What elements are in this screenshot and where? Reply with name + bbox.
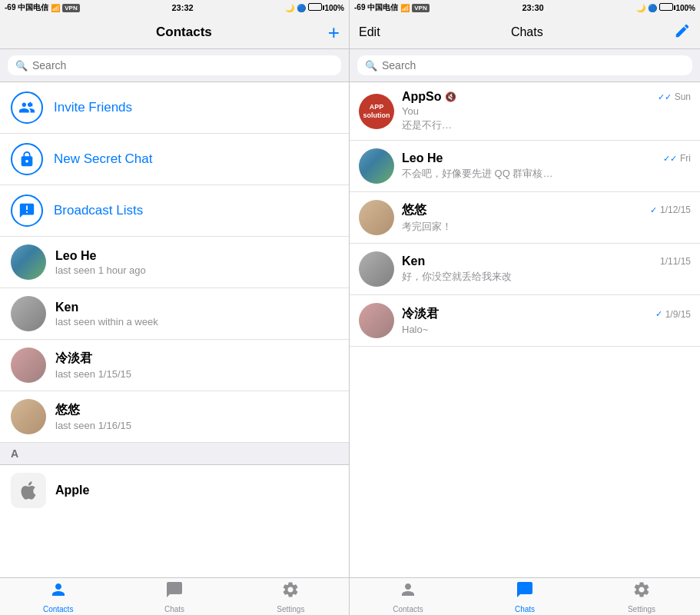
youyou-info: 悠悠 last seen 1/16/15 (55, 402, 338, 431)
left-settings-tab-label: Settings (277, 605, 304, 613)
left-panel: -69 中国电信 📶 VPN 23:32 🌙 🔵 100% Contacts +… (0, 0, 350, 615)
youyou-time-row: ✓ 1/12/15 (650, 204, 691, 215)
ken-avatar (11, 296, 46, 331)
chat-leng-dan-jun[interactable]: 冷淡君 ✓ 1/9/15 Halo~ (350, 295, 700, 347)
youyou-header: 悠悠 ✓ 1/12/15 (402, 202, 691, 218)
appso-avatar: APPsolution (359, 94, 394, 129)
right-panel: -69 中国电信 📶 VPN 23:30 🌙 🔵 100% Edit Chats… (350, 0, 700, 615)
youyou-sub: last seen 1/16/15 (55, 420, 338, 431)
contact-leo-he[interactable]: Leo He last seen 1 hour ago (0, 237, 349, 288)
leo-preview: 不会吧，好像要先进 QQ 群审核… (402, 167, 617, 181)
right-bt-icon: 🔵 (648, 4, 657, 12)
left-tab-bar: Contacts Chats Settings (0, 577, 349, 615)
right-wifi-icon: 📶 (400, 4, 410, 12)
right-carrier-info: -69 中国电信 📶 VPN (354, 2, 430, 13)
left-carrier-info: -69 中国电信 📶 VPN (5, 2, 80, 13)
right-tab-contacts[interactable]: Contacts (350, 580, 466, 613)
add-contact-button[interactable]: + (328, 22, 340, 42)
leo-chat-info: Leo He ✓✓ Fri 不会吧，好像要先进 QQ 群审核… (402, 151, 691, 181)
right-search-input[interactable] (382, 59, 685, 71)
contact-ken[interactable]: Ken last seen within a week (0, 288, 349, 340)
right-battery-pct: 100% (675, 4, 695, 12)
ken-info: Ken last seen within a week (55, 301, 338, 327)
right-chats-tab-label: Chats (515, 605, 535, 613)
right-battery-icon (659, 3, 673, 12)
leng-preview: Halo~ (402, 324, 617, 335)
right-tab-bar: Contacts Chats Settings (350, 577, 700, 615)
chat-leo-he[interactable]: Leo He ✓✓ Fri 不会吧，好像要先进 QQ 群审核… (350, 141, 700, 192)
right-chat-list: APPsolution AppSo 🔇 ✓✓ Sun You 还是不行… (350, 82, 700, 577)
left-tab-chats[interactable]: Chats (116, 580, 232, 613)
appso-name: AppSo (402, 90, 442, 104)
youyou-avatar (11, 399, 46, 434)
chat-you-you[interactable]: 悠悠 ✓ 1/12/15 考完回家！ (350, 192, 700, 244)
ken-header: Ken 1/11/15 (402, 254, 691, 268)
appso-header: AppSo 🔇 ✓✓ Sun (402, 90, 691, 104)
chat-ken[interactable]: Ken 1/11/15 好，你没空就丢给我来改 (350, 244, 700, 295)
leng-chat-name: 冷淡君 (402, 306, 439, 322)
right-tab-chats[interactable]: Chats (466, 580, 583, 613)
leo-time-row: ✓✓ Fri (663, 153, 691, 164)
broadcast-lists-label: Broadcast Lists (54, 203, 143, 218)
left-chats-tab-label: Chats (164, 605, 184, 613)
leo-chat-time: Fri (680, 153, 691, 164)
edit-button[interactable]: Edit (359, 25, 380, 39)
invite-friends-item[interactable]: Invite Friends (0, 82, 349, 134)
left-tab-contacts[interactable]: Contacts (0, 580, 116, 613)
left-status-bar: -69 中国电信 📶 VPN 23:32 🌙 🔵 100% (0, 0, 349, 15)
contact-leng-dan-jun[interactable]: 冷淡君 last seen 1/15/15 (0, 340, 349, 391)
right-settings-tab-icon (632, 580, 651, 603)
apple-name: Apple (55, 484, 338, 497)
leng-check: ✓ (655, 309, 662, 319)
appso-time-row: ✓✓ Sun (658, 91, 691, 102)
left-tab-settings[interactable]: Settings (233, 580, 349, 613)
right-nav-title: Chats (511, 25, 543, 39)
leng-avatar (11, 347, 46, 383)
right-tab-settings[interactable]: Settings (583, 580, 700, 613)
appso-mute-icon: 🔇 (445, 91, 456, 102)
right-status-bar: -69 中国电信 📶 VPN 23:30 🌙 🔵 100% (350, 0, 700, 15)
right-signal: -69 中国电信 (354, 2, 398, 13)
right-vpn-badge: VPN (412, 4, 429, 12)
broadcast-lists-item[interactable]: Broadcast Lists (0, 185, 349, 237)
apple-item[interactable]: Apple (0, 465, 349, 516)
ken-sub: last seen within a week (55, 316, 338, 327)
leng-header: 冷淡君 ✓ 1/9/15 (402, 306, 691, 322)
right-search-bar: 🔍 (350, 49, 700, 82)
youyou-preview: 考完回家！ (402, 220, 617, 234)
right-moon-icon: 🌙 (636, 4, 645, 12)
left-search-bar: 🔍 (0, 49, 349, 82)
contact-you-you[interactable]: 悠悠 last seen 1/16/15 (0, 391, 349, 443)
left-battery-icon (308, 3, 322, 12)
youyou-chat-name: 悠悠 (402, 202, 426, 218)
left-vpn-badge: VPN (62, 4, 79, 12)
leo-he-avatar (11, 244, 46, 280)
invite-friends-icon (11, 91, 43, 124)
chat-appso[interactable]: APPsolution AppSo 🔇 ✓✓ Sun You 还是不行… (350, 82, 700, 141)
left-wifi-icon: 📶 (51, 4, 60, 12)
left-search-input[interactable] (32, 59, 333, 71)
right-right-icons: 🌙 🔵 100% (636, 3, 695, 12)
leng-sub: last seen 1/15/15 (55, 368, 338, 380)
leo-chat-avatar (359, 148, 394, 184)
youyou-chat-time: 1/12/15 (660, 204, 691, 215)
leng-name: 冷淡君 (55, 351, 338, 367)
left-signal: -69 中国电信 (5, 2, 48, 13)
youyou-name: 悠悠 (55, 402, 338, 418)
leo-he-name: Leo He (55, 249, 338, 263)
leo-check: ✓✓ (663, 154, 677, 164)
leo-header: Leo He ✓✓ Fri (402, 151, 691, 165)
leng-chat-info: 冷淡君 ✓ 1/9/15 Halo~ (402, 306, 691, 335)
left-moon-icon: 🌙 (285, 4, 294, 12)
new-secret-chat-icon (11, 143, 43, 175)
leo-chat-name: Leo He (402, 151, 443, 165)
leng-info: 冷淡君 last seen 1/15/15 (55, 351, 338, 380)
invite-friends-label: Invite Friends (54, 100, 132, 115)
compose-button[interactable] (674, 22, 691, 42)
left-bt-icon: 🔵 (297, 4, 306, 12)
left-battery-pct: 100% (324, 4, 344, 12)
right-settings-tab-label: Settings (628, 605, 655, 613)
new-secret-chat-item[interactable]: New Secret Chat (0, 134, 349, 185)
apple-info: Apple (55, 484, 338, 497)
appso-time: Sun (675, 91, 691, 102)
